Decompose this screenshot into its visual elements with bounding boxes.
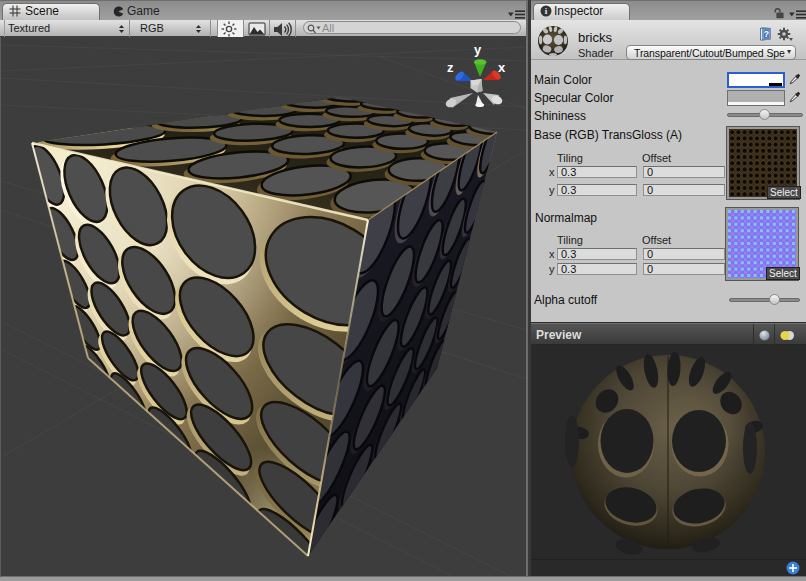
svg-text:x: x [498,60,506,75]
svg-text:z: z [447,60,454,75]
svg-text:?: ? [764,29,769,39]
svg-text:y: y [474,42,482,57]
